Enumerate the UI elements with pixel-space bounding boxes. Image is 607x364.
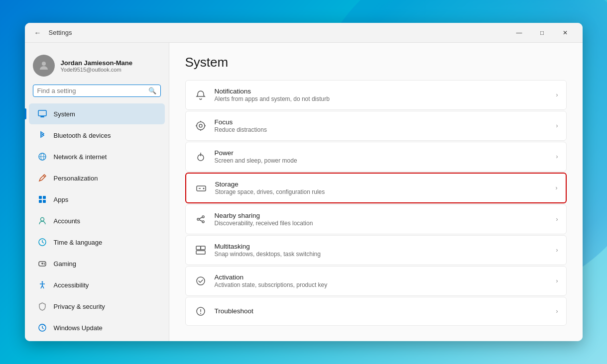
sidebar-label-accounts: Accounts	[54, 217, 80, 225]
settings-item-activation[interactable]: Activation Activation state, subscriptio…	[185, 266, 567, 296]
sidebar-item-accounts[interactable]: Accounts	[29, 210, 165, 231]
sidebar-item-network[interactable]: Network & internet	[29, 146, 165, 167]
focus-desc: Reduce distractions	[215, 126, 549, 133]
search-box[interactable]: 🔍	[33, 85, 161, 97]
svg-rect-42	[196, 246, 201, 250]
storage-icon	[194, 181, 208, 195]
notifications-text: Notifications Alerts from apps and syste…	[215, 88, 549, 102]
focus-text: Focus Reduce distractions	[215, 118, 549, 133]
svg-rect-8	[43, 196, 46, 199]
sidebar-item-windows-update[interactable]: Windows Update	[29, 317, 165, 338]
sidebar-item-privacy[interactable]: Privacy & security	[29, 296, 165, 317]
troubleshoot-title: Troubleshoot	[215, 307, 549, 315]
troubleshoot-icon	[194, 304, 208, 318]
settings-item-troubleshoot[interactable]: Troubleshoot ›	[185, 297, 567, 326]
svg-point-45	[197, 277, 205, 285]
power-title: Power	[215, 149, 549, 157]
sidebar-item-gaming[interactable]: Gaming	[29, 253, 165, 274]
troubleshoot-chevron: ›	[556, 308, 558, 315]
svg-point-48	[200, 313, 201, 314]
sidebar-item-system[interactable]: System	[29, 103, 165, 124]
svg-rect-7	[39, 196, 42, 199]
nearby-sharing-chevron: ›	[556, 216, 558, 223]
time-language-icon	[37, 237, 48, 248]
network-icon	[37, 151, 48, 162]
focus-chevron: ›	[556, 122, 558, 129]
svg-line-41	[199, 220, 202, 221]
activation-text: Activation Activation state, subscriptio…	[215, 273, 549, 288]
focus-title: Focus	[215, 118, 549, 126]
svg-point-36	[203, 188, 204, 189]
sidebar-item-time-language[interactable]: Time & language	[29, 232, 165, 253]
power-text: Power Screen and sleep, power mode	[215, 149, 549, 164]
notifications-title: Notifications	[215, 88, 549, 95]
svg-point-19	[44, 264, 45, 265]
window-title: Settings	[49, 29, 508, 36]
svg-line-6	[43, 176, 45, 177]
sidebar-label-system: System	[54, 110, 75, 118]
settings-item-nearby-sharing[interactable]: Nearby sharing Discoverability, received…	[185, 204, 567, 234]
sidebar-label-personalization: Personalization	[54, 175, 98, 182]
settings-item-notifications[interactable]: Notifications Alerts from apps and syste…	[185, 80, 567, 110]
storage-text: Storage Storage space, drives, configura…	[215, 181, 549, 195]
activation-desc: Activation state, subscriptions, product…	[215, 281, 549, 288]
settings-item-power[interactable]: Power Screen and sleep, power mode ›	[185, 142, 567, 172]
svg-rect-2	[40, 116, 44, 117]
settings-item-focus[interactable]: Focus Reduce distractions ›	[185, 111, 567, 141]
nearby-sharing-title: Nearby sharing	[215, 212, 549, 219]
svg-rect-10	[43, 200, 46, 203]
sidebar-label-apps: Apps	[54, 196, 69, 203]
sidebar-label-time-language: Time & language	[54, 239, 103, 246]
svg-line-14	[42, 242, 44, 243]
svg-line-24	[42, 285, 44, 288]
user-name: Jordan Jamieson-Mane	[61, 59, 133, 67]
privacy-icon	[37, 301, 48, 312]
svg-point-18	[44, 263, 45, 264]
sidebar-item-personalization[interactable]: Personalization	[29, 168, 165, 188]
multitasking-text: Multitasking Snap windows, desktops, tas…	[215, 243, 549, 258]
multitasking-desc: Snap windows, desktops, task switching	[215, 251, 549, 258]
settings-item-storage[interactable]: Storage Storage space, drives, configura…	[185, 173, 567, 203]
activation-icon	[194, 274, 208, 288]
sidebar-item-bluetooth[interactable]: Bluetooth & devices	[29, 125, 165, 146]
settings-window: ← Settings — □ ✕ Jordan Jamieson-Mane Yo…	[25, 23, 583, 341]
sidebar: Jordan Jamieson-Mane Yodel9515@outlook.c…	[25, 43, 169, 341]
svg-rect-9	[39, 200, 42, 203]
close-button[interactable]: ✕	[554, 25, 577, 41]
svg-point-27	[199, 124, 202, 127]
search-input[interactable]	[37, 87, 145, 94]
main-content: System Notifications Alerts from apps an…	[169, 43, 583, 341]
back-button[interactable]: ←	[31, 26, 45, 40]
svg-rect-43	[201, 246, 205, 250]
sidebar-label-bluetooth: Bluetooth & devices	[54, 132, 111, 139]
content-area: Jordan Jamieson-Mane Yodel9515@outlook.c…	[25, 43, 583, 341]
multitasking-icon	[194, 243, 208, 257]
multitasking-title: Multitasking	[215, 243, 549, 250]
svg-point-11	[40, 218, 44, 221]
accessibility-icon	[37, 279, 48, 290]
windows-update-icon	[37, 322, 48, 333]
minimize-button[interactable]: —	[508, 25, 531, 41]
user-section: Jordan Jamieson-Mane Yodel9515@outlook.c…	[25, 51, 169, 85]
activation-chevron: ›	[556, 277, 558, 284]
power-icon	[194, 150, 208, 164]
sidebar-item-apps[interactable]: Apps	[29, 189, 165, 210]
svg-point-38	[202, 216, 204, 218]
search-icon: 🔍	[148, 87, 156, 94]
sidebar-label-network: Network & internet	[54, 153, 107, 161]
svg-point-20	[41, 281, 43, 283]
maximize-button[interactable]: □	[531, 25, 554, 41]
svg-point-0	[42, 62, 46, 66]
activation-title: Activation	[215, 273, 549, 281]
user-info: Jordan Jamieson-Mane Yodel9515@outlook.c…	[61, 59, 133, 73]
sidebar-item-accessibility[interactable]: Accessibility	[29, 274, 165, 295]
settings-list: Notifications Alerts from apps and syste…	[185, 80, 567, 326]
nearby-sharing-desc: Discoverability, received files location	[215, 220, 549, 227]
settings-item-multitasking[interactable]: Multitasking Snap windows, desktops, tas…	[185, 235, 567, 265]
apps-icon	[37, 194, 48, 205]
bluetooth-icon	[37, 130, 48, 141]
svg-point-26	[197, 122, 205, 130]
troubleshoot-text: Troubleshoot	[215, 307, 549, 315]
system-icon	[37, 108, 48, 119]
window-controls: — □ ✕	[508, 25, 577, 41]
